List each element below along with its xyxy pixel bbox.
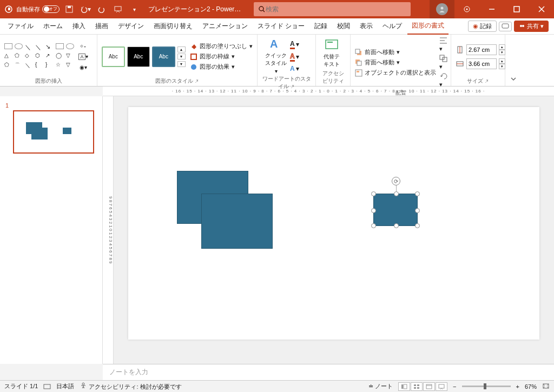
text-fill-button[interactable]: A▾ <box>290 40 299 49</box>
tab-slideshow[interactable]: スライド ショー <box>253 18 309 34</box>
zoom-slider[interactable] <box>462 386 511 387</box>
tab-home[interactable]: ホーム <box>39 18 67 34</box>
shape-effects-button[interactable]: 図形の効果 ▾ <box>190 63 253 71</box>
sel-handle-s[interactable] <box>394 223 399 228</box>
sel-handle-ne[interactable] <box>415 191 420 196</box>
search-input[interactable] <box>266 5 406 13</box>
account-button[interactable] <box>430 0 454 18</box>
ribbon-tabs: ファイル ホーム 挿入 描画 デザイン 画面切り替え アニメーション スライド … <box>0 18 554 35</box>
tab-record[interactable]: 記録 <box>310 18 332 34</box>
edit-shape-button[interactable]: ⟐▾ <box>78 41 89 51</box>
tab-animations[interactable]: アニメーション <box>198 18 252 34</box>
sel-handle-sw[interactable] <box>371 223 376 228</box>
width-up[interactable]: ▴ <box>499 58 505 64</box>
sel-handle-w[interactable] <box>371 208 376 213</box>
shape-rectangle-selected[interactable]: ⟳ <box>373 194 418 226</box>
zoom-level[interactable]: 67% <box>525 383 537 390</box>
tab-design[interactable]: デザイン <box>114 18 148 34</box>
shapes-gallery[interactable]: ＼＼↘ △⬠◇⬡↗◯▽ ⬠⌒＼{}☆▽ <box>4 43 76 70</box>
width-field[interactable]: ▴▾ <box>456 58 505 69</box>
comments-button[interactable] <box>499 22 512 31</box>
svg-point-18 <box>191 64 196 70</box>
shape-rectangle-front[interactable] <box>201 194 273 249</box>
text-box-button[interactable]: A▾ <box>78 52 89 62</box>
tab-shape-format[interactable]: 図形の書式 <box>407 18 449 35</box>
zoom-out-button[interactable]: − <box>453 383 456 390</box>
redo-button[interactable] <box>95 3 108 16</box>
view-reading-button[interactable] <box>423 382 435 391</box>
group-button[interactable]: ▾ <box>439 55 449 70</box>
tab-file[interactable]: ファイル <box>3 18 38 34</box>
quickaccess-more[interactable]: ▾ <box>128 3 141 16</box>
fit-to-window-button[interactable] <box>542 383 550 390</box>
style-preset-1[interactable]: Abc <box>102 46 125 67</box>
height-down[interactable]: ▾ <box>499 50 505 55</box>
selection-pane-button[interactable]: オブジェクトの選択と表示 <box>355 69 436 77</box>
notes-toggle-button[interactable]: ≐ ノート <box>368 382 393 390</box>
height-input[interactable] <box>466 44 497 55</box>
tab-review[interactable]: 校閲 <box>333 18 354 34</box>
slide-canvas[interactable]: ⟳ <box>128 107 539 340</box>
notes-pane[interactable]: ノートを入力 <box>103 364 554 380</box>
tab-help[interactable]: ヘルプ <box>378 18 406 34</box>
shape-outline-button[interactable]: 図形の枠線 ▾ <box>190 52 253 61</box>
svg-rect-42 <box>417 384 419 386</box>
style-gallery-more[interactable]: ▴▾▾ <box>177 46 186 67</box>
share-button[interactable]: 共有 ▾ <box>514 21 549 32</box>
sel-handle-e[interactable] <box>415 208 420 213</box>
svg-rect-23 <box>355 49 360 54</box>
status-language[interactable]: 日本語 <box>56 382 74 390</box>
merge-shapes-button[interactable]: ◉▾ <box>78 63 89 72</box>
group-icon <box>439 55 449 62</box>
style-launcher[interactable]: ⭷ <box>194 78 199 84</box>
text-outline-button[interactable]: A▾ <box>290 52 299 62</box>
search-box[interactable] <box>254 2 411 16</box>
width-input[interactable] <box>466 58 497 69</box>
record-button[interactable]: ◉記録 <box>468 21 497 32</box>
undo-button[interactable]: ▾ <box>79 3 92 16</box>
rotate-handle[interactable]: ⟳ <box>392 177 400 185</box>
view-slideshow-button[interactable] <box>436 382 447 391</box>
size-launcher[interactable]: ⭷ <box>484 78 489 84</box>
ribbon: ＼＼↘ △⬠◇⬡↗◯▽ ⬠⌒＼{}☆▽ ⟐▾ A▾ ◉▾ 図形の挿入 Abc A… <box>0 35 554 87</box>
close-button[interactable] <box>529 0 554 18</box>
bring-forward-button[interactable]: 前面へ移動 ▾ <box>355 48 436 56</box>
maximize-button[interactable] <box>504 0 529 18</box>
save-button[interactable] <box>63 3 76 16</box>
view-sorter-button[interactable] <box>411 382 423 391</box>
status-slide-number[interactable]: スライド 1/1 <box>4 382 38 390</box>
alt-text-button[interactable]: 代替テ キスト <box>320 38 343 68</box>
svg-rect-39 <box>401 384 403 389</box>
status-predictive-button[interactable] <box>43 383 51 390</box>
tab-view[interactable]: 表示 <box>355 18 377 34</box>
height-field[interactable]: ▴▾ <box>456 44 505 55</box>
autosave-toggle[interactable]: 自動保存 オフ <box>16 5 60 14</box>
rotate-button[interactable]: ▾ <box>439 72 449 88</box>
status-accessibility[interactable]: アクセシビリティ: 検討が必要です <box>80 382 181 391</box>
minimize-button[interactable] <box>479 0 504 18</box>
shape-fill-button[interactable]: 図形の塗りつぶし ▾ <box>190 42 253 50</box>
chevron-down-icon <box>510 75 517 83</box>
svg-point-5 <box>259 6 263 11</box>
slideshow-quick-button[interactable] <box>111 3 124 16</box>
style-preset-3[interactable]: Abc <box>152 46 175 67</box>
zoom-in-button[interactable]: + <box>516 383 519 390</box>
style-preset-2[interactable]: Abc <box>127 46 150 67</box>
tab-transitions[interactable]: 画面切り替え <box>149 18 197 34</box>
slide-thumbnail-1[interactable] <box>13 110 94 154</box>
quick-style-button[interactable]: A クイック スタイル▾ <box>262 37 290 74</box>
view-normal-button[interactable] <box>398 382 410 391</box>
height-up[interactable]: ▴ <box>499 44 505 50</box>
svg-rect-21 <box>327 42 333 43</box>
tab-insert[interactable]: 挿入 <box>68 18 90 34</box>
sel-handle-se[interactable] <box>415 223 420 228</box>
help-tips-button[interactable] <box>454 0 479 18</box>
send-backward-button[interactable]: 背面へ移動 ▾ <box>355 58 436 67</box>
sel-handle-nw[interactable] <box>371 191 376 196</box>
text-effects-button[interactable]: A▾ <box>290 65 299 72</box>
width-down[interactable]: ▾ <box>499 64 505 69</box>
collapse-ribbon-button[interactable] <box>505 35 522 86</box>
align-button[interactable]: ▾ <box>439 37 449 52</box>
tab-draw[interactable]: 描画 <box>91 18 113 34</box>
sel-handle-n[interactable] <box>394 191 399 196</box>
